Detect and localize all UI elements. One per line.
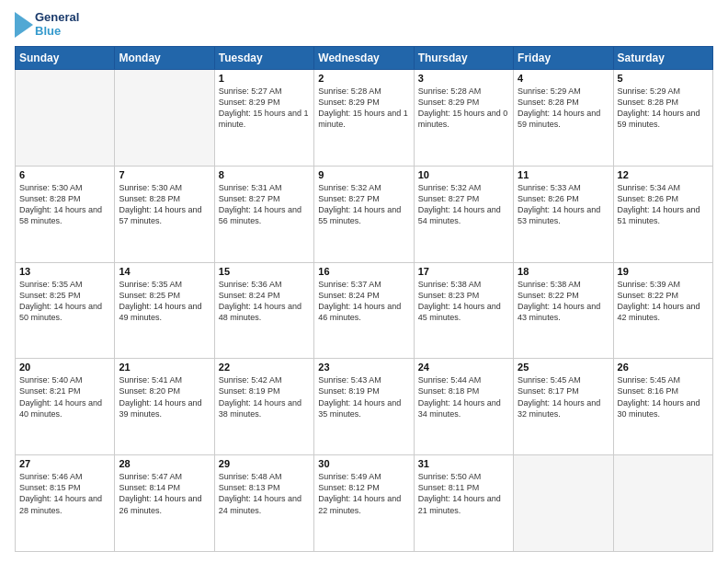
- week-row-4: 27Sunrise: 5:46 AM Sunset: 8:15 PM Dayli…: [16, 455, 713, 552]
- calendar-cell: 18Sunrise: 5:38 AM Sunset: 8:22 PM Dayli…: [514, 262, 613, 359]
- calendar-cell: 30Sunrise: 5:49 AM Sunset: 8:12 PM Dayli…: [314, 455, 414, 552]
- cell-text: Sunrise: 5:38 AM Sunset: 8:23 PM Dayligh…: [418, 279, 509, 324]
- cell-text: Sunrise: 5:30 AM Sunset: 8:28 PM Dayligh…: [119, 182, 210, 227]
- day-number: 13: [19, 266, 110, 277]
- svg-marker-0: [15, 12, 33, 38]
- day-number: 7: [119, 169, 210, 180]
- logo-blue: Blue: [35, 25, 79, 39]
- header: General Blue: [15, 11, 713, 39]
- day-number: 19: [618, 266, 709, 277]
- week-row-2: 13Sunrise: 5:35 AM Sunset: 8:25 PM Dayli…: [16, 262, 713, 359]
- calendar-cell: [514, 455, 613, 552]
- weekday-header-thursday: Thursday: [414, 46, 513, 69]
- calendar-cell: 22Sunrise: 5:42 AM Sunset: 8:19 PM Dayli…: [214, 359, 313, 455]
- cell-text: Sunrise: 5:38 AM Sunset: 8:22 PM Dayligh…: [518, 279, 609, 324]
- weekday-header-friday: Friday: [514, 46, 613, 69]
- day-number: 16: [318, 266, 409, 277]
- calendar-cell: 28Sunrise: 5:47 AM Sunset: 8:14 PM Dayli…: [115, 455, 214, 552]
- calendar-cell: 27Sunrise: 5:46 AM Sunset: 8:15 PM Dayli…: [16, 455, 115, 552]
- day-number: 12: [618, 169, 709, 180]
- logo-general: General: [35, 11, 79, 25]
- day-number: 29: [219, 458, 310, 469]
- cell-text: Sunrise: 5:46 AM Sunset: 8:15 PM Dayligh…: [19, 471, 110, 516]
- day-number: 15: [219, 266, 310, 277]
- cell-text: Sunrise: 5:35 AM Sunset: 8:25 PM Dayligh…: [19, 279, 110, 324]
- day-number: 5: [618, 73, 709, 84]
- cell-text: Sunrise: 5:47 AM Sunset: 8:14 PM Dayligh…: [119, 471, 210, 516]
- day-number: 22: [219, 362, 310, 373]
- day-number: 23: [318, 362, 409, 373]
- week-row-0: 1Sunrise: 5:27 AM Sunset: 8:29 PM Daylig…: [16, 69, 713, 166]
- calendar-cell: 25Sunrise: 5:45 AM Sunset: 8:17 PM Dayli…: [514, 359, 613, 455]
- calendar-cell: 16Sunrise: 5:37 AM Sunset: 8:24 PM Dayli…: [314, 262, 414, 359]
- day-number: 24: [418, 362, 509, 373]
- day-number: 21: [119, 362, 210, 373]
- cell-text: Sunrise: 5:45 AM Sunset: 8:17 PM Dayligh…: [518, 374, 609, 419]
- calendar-cell: [16, 69, 115, 166]
- cell-text: Sunrise: 5:40 AM Sunset: 8:21 PM Dayligh…: [19, 374, 110, 419]
- calendar-cell: 7Sunrise: 5:30 AM Sunset: 8:28 PM Daylig…: [115, 166, 214, 262]
- day-number: 31: [418, 458, 509, 469]
- cell-text: Sunrise: 5:48 AM Sunset: 8:13 PM Dayligh…: [219, 471, 310, 516]
- cell-text: Sunrise: 5:31 AM Sunset: 8:27 PM Dayligh…: [219, 182, 310, 227]
- day-number: 25: [518, 362, 609, 373]
- calendar-cell: [613, 455, 712, 552]
- calendar-cell: 1Sunrise: 5:27 AM Sunset: 8:29 PM Daylig…: [214, 69, 313, 166]
- calendar-cell: 10Sunrise: 5:32 AM Sunset: 8:27 PM Dayli…: [414, 166, 513, 262]
- day-number: 28: [119, 458, 210, 469]
- cell-text: Sunrise: 5:28 AM Sunset: 8:29 PM Dayligh…: [318, 86, 409, 131]
- logo-triangle-icon: [15, 12, 33, 38]
- calendar-cell: 31Sunrise: 5:50 AM Sunset: 8:11 PM Dayli…: [414, 455, 513, 552]
- calendar-cell: 11Sunrise: 5:33 AM Sunset: 8:26 PM Dayli…: [514, 166, 613, 262]
- calendar-cell: 26Sunrise: 5:45 AM Sunset: 8:16 PM Dayli…: [613, 359, 712, 455]
- weekday-header-saturday: Saturday: [613, 46, 712, 69]
- weekday-header-row: SundayMondayTuesdayWednesdayThursdayFrid…: [16, 46, 713, 69]
- calendar-cell: 21Sunrise: 5:41 AM Sunset: 8:20 PM Dayli…: [115, 359, 214, 455]
- calendar-cell: 13Sunrise: 5:35 AM Sunset: 8:25 PM Dayli…: [16, 262, 115, 359]
- cell-text: Sunrise: 5:29 AM Sunset: 8:28 PM Dayligh…: [518, 86, 609, 131]
- calendar-cell: 6Sunrise: 5:30 AM Sunset: 8:28 PM Daylig…: [16, 166, 115, 262]
- day-number: 1: [219, 73, 310, 84]
- calendar-cell: 12Sunrise: 5:34 AM Sunset: 8:26 PM Dayli…: [613, 166, 712, 262]
- cell-text: Sunrise: 5:34 AM Sunset: 8:26 PM Dayligh…: [618, 182, 709, 227]
- cell-text: Sunrise: 5:29 AM Sunset: 8:28 PM Dayligh…: [618, 86, 709, 131]
- day-number: 8: [219, 169, 310, 180]
- day-number: 3: [418, 73, 509, 84]
- day-number: 10: [418, 169, 509, 180]
- cell-text: Sunrise: 5:50 AM Sunset: 8:11 PM Dayligh…: [418, 471, 509, 516]
- calendar-cell: 29Sunrise: 5:48 AM Sunset: 8:13 PM Dayli…: [214, 455, 313, 552]
- calendar-cell: 17Sunrise: 5:38 AM Sunset: 8:23 PM Dayli…: [414, 262, 513, 359]
- calendar-cell: 5Sunrise: 5:29 AM Sunset: 8:28 PM Daylig…: [613, 69, 712, 166]
- cell-text: Sunrise: 5:37 AM Sunset: 8:24 PM Dayligh…: [318, 279, 409, 324]
- cell-text: Sunrise: 5:42 AM Sunset: 8:19 PM Dayligh…: [219, 374, 310, 419]
- cell-text: Sunrise: 5:28 AM Sunset: 8:29 PM Dayligh…: [418, 86, 509, 131]
- cell-text: Sunrise: 5:32 AM Sunset: 8:27 PM Dayligh…: [318, 182, 409, 227]
- cell-text: Sunrise: 5:32 AM Sunset: 8:27 PM Dayligh…: [418, 182, 509, 227]
- calendar-body: 1Sunrise: 5:27 AM Sunset: 8:29 PM Daylig…: [16, 69, 713, 551]
- calendar-cell: 23Sunrise: 5:43 AM Sunset: 8:19 PM Dayli…: [314, 359, 414, 455]
- week-row-3: 20Sunrise: 5:40 AM Sunset: 8:21 PM Dayli…: [16, 359, 713, 455]
- weekday-header-tuesday: Tuesday: [214, 46, 313, 69]
- cell-text: Sunrise: 5:45 AM Sunset: 8:16 PM Dayligh…: [618, 374, 709, 419]
- weekday-header-monday: Monday: [115, 46, 214, 69]
- cell-text: Sunrise: 5:49 AM Sunset: 8:12 PM Dayligh…: [318, 471, 409, 516]
- day-number: 9: [318, 169, 409, 180]
- calendar-cell: [115, 69, 214, 166]
- calendar-cell: 14Sunrise: 5:35 AM Sunset: 8:25 PM Dayli…: [115, 262, 214, 359]
- logo: General Blue: [15, 11, 79, 39]
- day-number: 20: [19, 362, 110, 373]
- cell-text: Sunrise: 5:44 AM Sunset: 8:18 PM Dayligh…: [418, 374, 509, 419]
- day-number: 26: [618, 362, 709, 373]
- week-row-1: 6Sunrise: 5:30 AM Sunset: 8:28 PM Daylig…: [16, 166, 713, 262]
- calendar-cell: 19Sunrise: 5:39 AM Sunset: 8:22 PM Dayli…: [613, 262, 712, 359]
- day-number: 18: [518, 266, 609, 277]
- weekday-header-wednesday: Wednesday: [314, 46, 414, 69]
- cell-text: Sunrise: 5:43 AM Sunset: 8:19 PM Dayligh…: [318, 374, 409, 419]
- calendar-cell: 3Sunrise: 5:28 AM Sunset: 8:29 PM Daylig…: [414, 69, 513, 166]
- calendar-table: SundayMondayTuesdayWednesdayThursdayFrid…: [15, 46, 713, 552]
- calendar-cell: 24Sunrise: 5:44 AM Sunset: 8:18 PM Dayli…: [414, 359, 513, 455]
- calendar-cell: 9Sunrise: 5:32 AM Sunset: 8:27 PM Daylig…: [314, 166, 414, 262]
- day-number: 27: [19, 458, 110, 469]
- cell-text: Sunrise: 5:36 AM Sunset: 8:24 PM Dayligh…: [219, 279, 310, 324]
- day-number: 2: [318, 73, 409, 84]
